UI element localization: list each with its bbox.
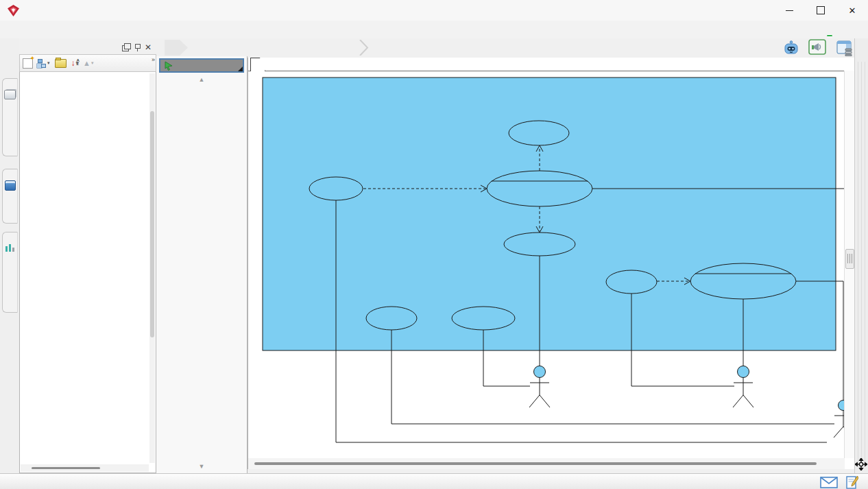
use-case-track-order[interactable] [690, 263, 796, 299]
close-icon: ✕ [849, 5, 856, 16]
menu-item-5[interactable] [146, 27, 154, 32]
menu-item-6[interactable] [173, 27, 181, 32]
diagram-canvas[interactable] [248, 71, 845, 458]
menu-item-4[interactable] [119, 27, 128, 32]
use-case-view-menu[interactable] [366, 307, 417, 330]
scrollbar-thumb[interactable] [32, 467, 100, 469]
close-panel-button[interactable]: ✕ [143, 42, 154, 53]
diagram-canvas-area [248, 58, 854, 469]
new-diagram-button[interactable] [21, 57, 34, 70]
menu-item-0[interactable] [12, 27, 21, 32]
menu-item-3[interactable] [93, 27, 101, 32]
whats-new-button[interactable] [808, 38, 829, 58]
close-button[interactable]: ✕ [836, 0, 868, 21]
palette-scroll-down-button[interactable]: ▼ [156, 462, 247, 470]
navigator-toolbar: ▾ ↓▾ ▲▾ » [19, 54, 156, 72]
notification-badge [826, 34, 833, 37]
float-icon [124, 43, 131, 49]
maximize-button[interactable] [805, 0, 836, 21]
megaphone-icon [808, 38, 829, 56]
cursor-icon [164, 61, 173, 71]
tree-horizontal-scrollbar[interactable] [21, 464, 149, 472]
diagram-navigator-panel: ✕ ▾ ↓▾ ▲▾ » [19, 40, 156, 473]
toolbar-overflow-button[interactable]: » [152, 56, 155, 63]
canvas-vertical-scrollbar[interactable] [844, 71, 854, 458]
breadcrumb-chevron-icon [358, 40, 370, 56]
menu-item-9[interactable] [253, 27, 261, 32]
use-case-diagram [248, 71, 845, 458]
navigator-tree [19, 72, 156, 473]
use-case-rate-driver[interactable] [606, 270, 657, 294]
pin-icon [134, 43, 140, 51]
menu-item-8[interactable] [226, 27, 234, 32]
property-icon [5, 180, 16, 191]
dropdown-arrow-icon: ▾ [47, 60, 50, 66]
mail-icon[interactable] [820, 477, 838, 488]
sort-az-icon: ↓ [71, 58, 75, 68]
use-case-manage-inventory[interactable] [452, 307, 515, 330]
cursor-tool-button[interactable] [159, 58, 244, 73]
pin-panel-button[interactable] [132, 42, 143, 53]
right-edge-strip [854, 38, 868, 473]
scrollbar-thumb[interactable] [150, 111, 154, 337]
use-case-process-payment[interactable] [509, 121, 569, 145]
visual-paradigm-logo-icon [8, 5, 19, 16]
use-case-place-order[interactable] [487, 171, 592, 206]
model-explorer-icon [4, 90, 16, 99]
group-by-icon [38, 59, 47, 68]
application-window: ✕ ✕ ▾ ↓▾ ▲▾ [0, 0, 868, 489]
menu-item-7[interactable] [200, 27, 208, 32]
diagram-backlog-icon [5, 243, 15, 252]
palette-scroll-up-button[interactable]: ▲ [156, 75, 247, 84]
assistant-robot-icon[interactable] [782, 40, 801, 56]
tab-model-explorer[interactable] [2, 78, 18, 156]
open-project-button[interactable] [53, 57, 68, 70]
pan-tool-icon[interactable] [855, 458, 867, 470]
scrollbar-thumb[interactable] [845, 249, 854, 269]
title-bar: ✕ [0, 0, 868, 21]
close-icon: ✕ [145, 43, 152, 52]
tree-vertical-scrollbar[interactable] [149, 73, 155, 463]
maximize-icon [817, 6, 825, 14]
diagram-tab[interactable] [250, 58, 265, 71]
diagram-palette: ▲ ▼ [156, 56, 248, 473]
actor-administrator[interactable] [529, 366, 550, 408]
system-boundary[interactable] [263, 77, 836, 350]
group-by-button[interactable]: ▾ [36, 57, 51, 70]
menu-item-10[interactable] [280, 27, 288, 32]
side-tab-strip [0, 38, 19, 473]
navigator-header: ✕ [19, 40, 156, 54]
tab-property[interactable] [2, 169, 18, 224]
collapse-button[interactable]: ▲▾ [82, 57, 95, 70]
use-case-cancel-order[interactable] [309, 177, 363, 200]
breadcrumb[interactable] [165, 40, 188, 56]
float-panel-button[interactable] [121, 42, 132, 53]
canvas-horizontal-scrollbar[interactable] [248, 458, 845, 469]
menu-item-1[interactable] [39, 27, 47, 32]
actor-customer[interactable] [834, 401, 845, 438]
panel-layout-icon[interactable] [836, 40, 853, 56]
actor-delivery-staff[interactable] [733, 366, 754, 408]
menu-item-2[interactable] [66, 27, 74, 32]
menu-bar [0, 21, 868, 38]
new-diagram-icon [23, 58, 33, 69]
minimize-icon [786, 10, 793, 11]
header-icons [782, 38, 853, 58]
up-arrow-icon: ▲ [83, 59, 91, 67]
dropdown-arrow-icon: ▾ [91, 60, 94, 66]
sort-button[interactable]: ↓▾ [70, 57, 80, 70]
edit-note-icon[interactable] [846, 475, 858, 489]
scrollbar-thumb[interactable] [254, 462, 817, 465]
open-folder-icon [55, 59, 67, 68]
status-bar [0, 473, 868, 489]
tab-diagram-backlog[interactable] [2, 232, 18, 313]
minimize-button[interactable] [773, 0, 805, 21]
use-case-update-order-status[interactable] [504, 232, 575, 256]
